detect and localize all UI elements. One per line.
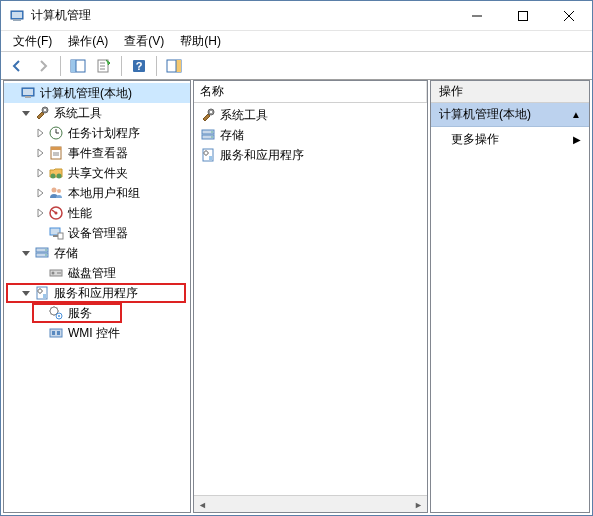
- help-button[interactable]: ?: [127, 54, 151, 78]
- minimize-button[interactable]: [454, 1, 500, 31]
- tree-shared-folders-label: 共享文件夹: [68, 165, 128, 182]
- list-item-label: 存储: [220, 127, 244, 144]
- actions-more-label: 更多操作: [451, 131, 499, 148]
- clock-icon: [48, 125, 64, 141]
- svg-point-44: [45, 254, 47, 256]
- svg-rect-21: [25, 96, 31, 98]
- tree-root-label: 计算机管理(本地): [40, 85, 132, 102]
- tree-shared-folders[interactable]: 共享文件夹: [4, 163, 190, 183]
- highlight-services-apps: 服务和应用程序: [4, 283, 190, 303]
- list-header: 名称: [194, 81, 427, 103]
- svg-rect-54: [50, 329, 62, 337]
- tree-system-tools-label: 系统工具: [54, 105, 102, 122]
- actions-panel: 操作 计算机管理(本地) ▲ 更多操作 ▶: [430, 80, 590, 513]
- expander-closed-icon[interactable]: [32, 205, 48, 221]
- svg-rect-65: [209, 156, 212, 160]
- tree-services-apps[interactable]: 服务和应用程序: [4, 283, 190, 303]
- svg-rect-8: [71, 60, 76, 72]
- expander-closed-icon[interactable]: [32, 125, 48, 141]
- list-item[interactable]: 服务和应用程序: [194, 145, 427, 165]
- services-apps-icon: [34, 285, 50, 301]
- actions-header: 操作: [431, 81, 589, 103]
- expander-open-icon[interactable]: [18, 285, 34, 301]
- storage-icon: [34, 245, 50, 261]
- list-panel: 名称 系统工具 存储 服务和应用程序 ◄: [193, 80, 428, 513]
- forward-button[interactable]: [31, 54, 55, 78]
- list-body: 系统工具 存储 服务和应用程序: [194, 103, 427, 495]
- users-icon: [48, 185, 64, 201]
- scroll-track[interactable]: [211, 496, 410, 512]
- svg-point-31: [51, 174, 56, 179]
- actions-section[interactable]: 计算机管理(本地) ▲: [431, 103, 589, 127]
- tree-disk-management[interactable]: 磁盘管理: [4, 263, 190, 283]
- tree-device-manager-label: 设备管理器: [68, 225, 128, 242]
- tree-storage[interactable]: 存储: [4, 243, 190, 263]
- tree-event-viewer-label: 事件查看器: [68, 145, 128, 162]
- properties-button[interactable]: [92, 54, 116, 78]
- tree-task-scheduler[interactable]: 任务计划程序: [4, 123, 190, 143]
- tree-services-label: 服务: [68, 305, 92, 322]
- tree-task-scheduler-label: 任务计划程序: [68, 125, 140, 142]
- tree-system-tools[interactable]: 系统工具: [4, 103, 190, 123]
- svg-point-33: [52, 188, 57, 193]
- tree-performance[interactable]: 性能: [4, 203, 190, 223]
- column-name[interactable]: 名称: [194, 81, 427, 102]
- shared-folder-icon: [48, 165, 64, 181]
- window-controls: [454, 1, 592, 31]
- action-pane-button[interactable]: [162, 54, 186, 78]
- expander-open-icon[interactable]: [18, 105, 34, 121]
- expander-icon[interactable]: [4, 85, 20, 101]
- content-area: 计算机管理(本地) 系统工具 任务计划程序: [1, 80, 592, 515]
- menubar: 文件(F) 操作(A) 查看(V) 帮助(H): [1, 31, 592, 52]
- event-log-icon: [48, 145, 64, 161]
- svg-point-46: [52, 272, 55, 275]
- tree-root[interactable]: 计算机管理(本地): [4, 83, 190, 103]
- list-item-label: 系统工具: [220, 107, 268, 124]
- expander-closed-icon[interactable]: [32, 145, 48, 161]
- app-icon: [9, 8, 25, 24]
- tree: 计算机管理(本地) 系统工具 任务计划程序: [4, 81, 190, 345]
- svg-rect-1: [13, 19, 21, 21]
- tree-device-manager[interactable]: 设备管理器: [4, 223, 190, 243]
- svg-point-61: [211, 131, 213, 133]
- tree-performance-label: 性能: [68, 205, 92, 222]
- list-item[interactable]: 存储: [194, 125, 427, 145]
- tree-services[interactable]: 服务: [4, 303, 190, 323]
- performance-icon: [48, 205, 64, 221]
- scroll-left-button[interactable]: ◄: [194, 496, 211, 513]
- maximize-button[interactable]: [500, 1, 546, 31]
- menu-view[interactable]: 查看(V): [116, 31, 172, 52]
- show-hide-tree-button[interactable]: [66, 54, 90, 78]
- list-item[interactable]: 系统工具: [194, 105, 427, 125]
- toolbar-separator: [121, 56, 122, 76]
- svg-rect-4: [519, 11, 528, 20]
- scroll-right-button[interactable]: ►: [410, 496, 427, 513]
- tree-storage-label: 存储: [54, 245, 78, 262]
- list-item-label: 服务和应用程序: [220, 147, 304, 164]
- tree-local-users-label: 本地用户和组: [68, 185, 140, 202]
- svg-point-43: [45, 249, 47, 251]
- expander-closed-icon[interactable]: [32, 165, 48, 181]
- svg-rect-40: [58, 233, 63, 239]
- svg-point-37: [55, 212, 58, 215]
- horizontal-scrollbar[interactable]: ◄ ►: [194, 495, 427, 512]
- expander-closed-icon[interactable]: [32, 185, 48, 201]
- disk-icon: [48, 265, 64, 281]
- expander-open-icon[interactable]: [18, 245, 34, 261]
- actions-more[interactable]: 更多操作 ▶: [431, 127, 589, 152]
- back-button[interactable]: [5, 54, 29, 78]
- storage-icon: [200, 127, 216, 143]
- close-button[interactable]: [546, 1, 592, 31]
- tree-event-viewer[interactable]: 事件查看器: [4, 143, 190, 163]
- menu-action[interactable]: 操作(A): [60, 31, 116, 52]
- menu-help[interactable]: 帮助(H): [172, 31, 229, 52]
- menu-file[interactable]: 文件(F): [5, 31, 60, 52]
- svg-rect-58: [210, 111, 212, 113]
- toolbar-separator: [156, 56, 157, 76]
- svg-rect-50: [43, 294, 46, 298]
- tree-disk-management-label: 磁盘管理: [68, 265, 116, 282]
- tree-panel: 计算机管理(本地) 系统工具 任务计划程序: [3, 80, 191, 513]
- tree-local-users[interactable]: 本地用户和组: [4, 183, 190, 203]
- tree-wmi[interactable]: WMI 控件: [4, 323, 190, 343]
- toolbar-separator: [60, 56, 61, 76]
